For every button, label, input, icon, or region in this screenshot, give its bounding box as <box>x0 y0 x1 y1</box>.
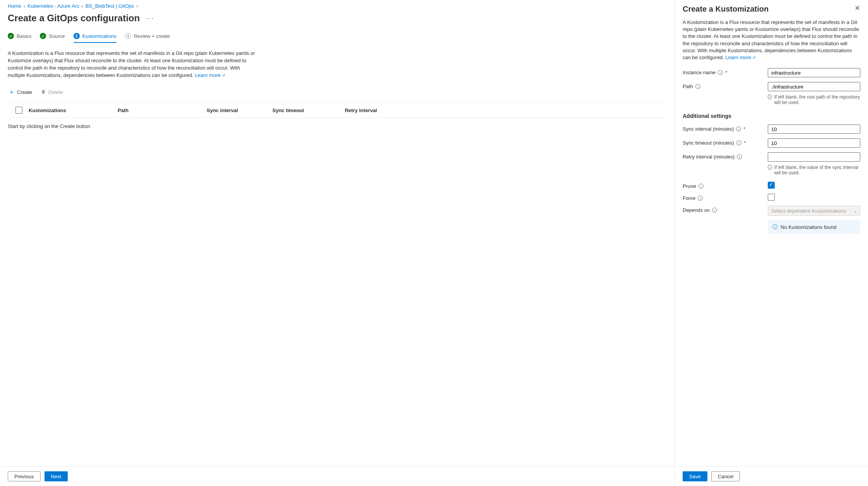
empty-state: Start by clicking on the Create button <box>8 118 667 129</box>
more-icon[interactable]: ··· <box>146 14 154 22</box>
tab-basics-label: Basics <box>17 33 31 39</box>
depends-on-label: Depends on <box>683 207 710 213</box>
info-icon[interactable]: i <box>695 84 700 89</box>
close-icon[interactable]: ✕ <box>854 5 860 12</box>
info-icon[interactable]: i <box>737 154 742 159</box>
main-area: Home › Kubernetes - Azure Arc › BS_BlobT… <box>0 0 675 486</box>
step-number-icon: 4 <box>125 33 131 39</box>
chevron-right-icon: › <box>24 3 25 9</box>
tab-source-label: Source <box>49 33 65 39</box>
cancel-button[interactable]: Cancel <box>711 471 740 481</box>
panel-description: A Kustomization is a Flux resource that … <box>683 19 860 61</box>
info-icon[interactable]: i <box>699 184 704 189</box>
select-all-checkbox[interactable] <box>15 107 22 114</box>
create-kustomization-panel: Create a Kustomization ✕ A Kustomization… <box>675 0 868 486</box>
tab-review-label: Review + create <box>134 33 170 39</box>
info-icon[interactable]: i <box>712 208 717 213</box>
retry-interval-label: Retry interval (minutes) <box>683 154 734 160</box>
panel-learn-more-link[interactable]: Learn more <box>726 55 756 60</box>
table-header: Kustomizations Path Sync interval Sync t… <box>8 102 667 118</box>
info-icon[interactable]: i <box>736 126 741 131</box>
create-button[interactable]: ＋ Create <box>8 87 33 98</box>
retry-help-text: If left blank, the value of the sync int… <box>774 165 860 176</box>
wizard-tabs: Basics Source 3 Kustomizations 4 Review … <box>8 33 667 43</box>
info-icon[interactable]: i <box>698 196 703 201</box>
col-sync-timeout: Sync timeout <box>272 107 330 113</box>
tab-kustomizations[interactable]: 3 Kustomizations <box>74 33 116 43</box>
required-indicator: * <box>743 126 745 132</box>
path-input[interactable] <box>768 82 860 91</box>
prune-label: Prune <box>683 183 696 189</box>
delete-button: Delete <box>40 87 64 98</box>
path-label: Path <box>683 84 693 89</box>
retry-interval-input[interactable] <box>768 152 860 162</box>
prune-checkbox[interactable] <box>768 182 775 189</box>
col-path: Path <box>118 107 207 113</box>
depends-on-dropdown[interactable]: Select dependent Kustomizations ⌄ <box>768 206 860 216</box>
required-indicator: * <box>744 140 746 146</box>
force-checkbox[interactable] <box>768 194 775 201</box>
learn-more-link[interactable]: Learn more <box>195 72 225 78</box>
col-sync-interval: Sync interval <box>207 107 272 113</box>
step-number-icon: 3 <box>74 33 80 39</box>
main-description: A Kustomization is a Flux resource that … <box>8 50 255 79</box>
chevron-down-icon: ⌄ <box>854 209 857 213</box>
chevron-right-icon: › <box>137 3 138 9</box>
col-retry-interval: Retry interval <box>330 107 377 113</box>
wizard-footer: Previous Next <box>0 466 675 486</box>
breadcrumb-home[interactable]: Home <box>8 3 21 9</box>
breadcrumb-gitops[interactable]: BS_BlobTest | GitOps <box>86 3 134 9</box>
breadcrumb-kubernetes[interactable]: Kubernetes - Azure Arc <box>27 3 79 9</box>
panel-footer: Save Cancel <box>675 466 868 486</box>
sync-timeout-label: Sync timeout (minutes) <box>683 140 734 146</box>
check-icon <box>40 33 46 39</box>
force-label: Force <box>683 195 695 201</box>
sync-timeout-input[interactable] <box>768 138 860 148</box>
no-kustomizations-banner: i No Kustomizations found <box>768 220 860 234</box>
save-button[interactable]: Save <box>683 471 707 481</box>
tab-kustomizations-label: Kustomizations <box>82 33 116 39</box>
depends-on-placeholder: Select dependent Kustomizations <box>771 208 846 214</box>
sync-interval-input[interactable] <box>768 124 860 134</box>
info-icon[interactable]: i <box>718 70 723 75</box>
required-indicator: * <box>725 70 727 75</box>
additional-settings-heading: Additional settings <box>683 113 860 119</box>
path-help-text: If left blank, the root path of the repo… <box>774 94 860 105</box>
plus-icon: ＋ <box>9 88 15 96</box>
toolbar: ＋ Create Delete <box>8 87 667 98</box>
tab-review[interactable]: 4 Review + create <box>125 33 170 43</box>
next-button[interactable]: Next <box>45 471 68 481</box>
instance-name-input[interactable] <box>768 68 860 77</box>
info-icon: i <box>772 224 777 229</box>
tab-basics[interactable]: Basics <box>8 33 31 43</box>
chevron-right-icon: › <box>82 3 83 9</box>
instance-name-label: Instance name <box>683 70 716 75</box>
panel-title: Create a Kustomization <box>683 5 769 14</box>
sync-interval-label: Sync interval (minutes) <box>683 126 734 132</box>
trash-icon <box>41 89 46 95</box>
col-kustomizations: Kustomizations <box>29 107 118 113</box>
info-icon[interactable]: i <box>736 140 741 145</box>
info-icon: i <box>768 165 772 170</box>
page-title: Create a GitOps configuration <box>8 13 140 24</box>
breadcrumb: Home › Kubernetes - Azure Arc › BS_BlobT… <box>8 3 667 9</box>
info-icon: i <box>768 94 772 99</box>
tab-source[interactable]: Source <box>40 33 65 43</box>
previous-button[interactable]: Previous <box>8 471 41 481</box>
check-icon <box>8 33 14 39</box>
